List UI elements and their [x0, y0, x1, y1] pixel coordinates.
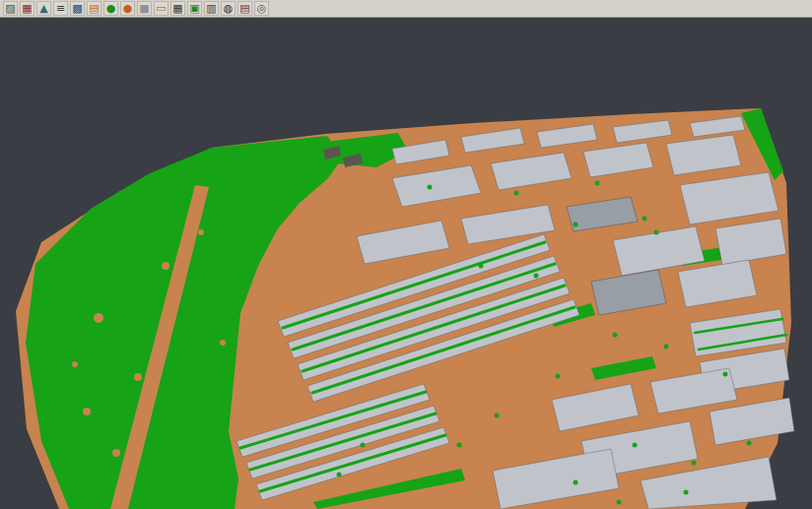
ground-class-icon[interactable]: ●: [120, 1, 135, 16]
stats-icon[interactable]: ▥: [204, 1, 219, 16]
classify-run-icon[interactable]: ▣: [187, 1, 202, 16]
open-project-icon[interactable]: ▨: [3, 1, 18, 16]
globe-icon[interactable]: ◍: [221, 1, 236, 16]
snapshot-icon[interactable]: ▤: [237, 1, 252, 16]
point-cloud-icon[interactable]: ▩: [70, 1, 85, 16]
mountain-view-icon[interactable]: ▲: [36, 1, 51, 16]
texture-icon[interactable]: ▤: [87, 1, 102, 16]
save-scene-icon[interactable]: ▦: [20, 1, 34, 16]
layers-icon[interactable]: ≡: [53, 1, 68, 16]
selection-icon[interactable]: ▭: [154, 1, 169, 16]
vegetation-class-icon[interactable]: ●: [103, 1, 118, 16]
toolbar: ▨ ▦ ▲ ≡ ▩ ▤ ● ● ■ ▭ ▦ ▣ ▥ ◍ ▤ ◎: [0, 0, 812, 18]
settings-icon[interactable]: ◎: [254, 1, 269, 16]
grid-icon[interactable]: ▦: [170, 1, 185, 16]
viewport-3d[interactable]: [0, 18, 812, 509]
point-cloud-scene[interactable]: [0, 18, 812, 509]
building-class-icon[interactable]: ■: [137, 1, 152, 16]
